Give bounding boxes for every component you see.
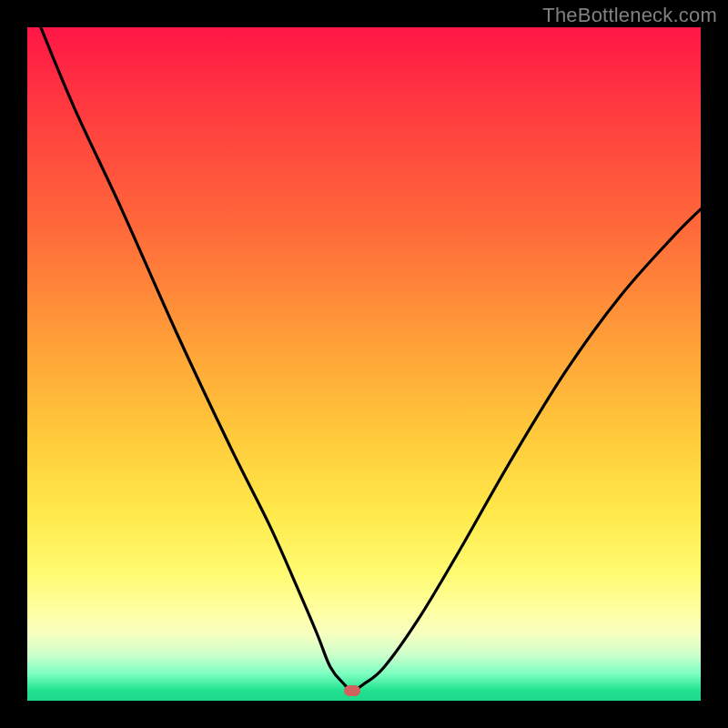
minimum-marker [344, 685, 360, 696]
plot-area [27, 27, 701, 701]
watermark-text: TheBottleneck.com [542, 4, 717, 27]
chart-frame: TheBottleneck.com [0, 0, 728, 728]
bottleneck-curve [27, 27, 701, 701]
